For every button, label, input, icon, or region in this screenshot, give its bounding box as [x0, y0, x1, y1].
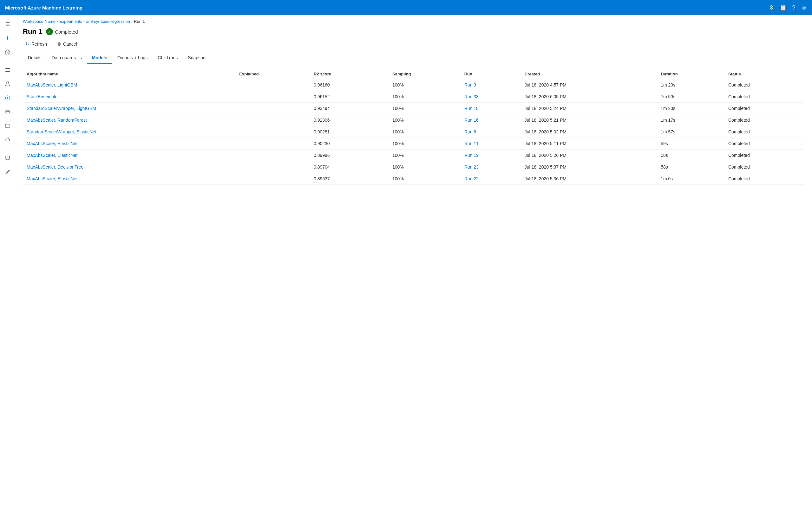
cell-algorithm_name[interactable]: StandardScalerWrapper, LightGBM	[23, 103, 235, 114]
col-header-r2_score[interactable]: R2 score ↓	[310, 69, 389, 79]
cell-algorithm_name[interactable]: MaxAbsScaler, ElasticNet	[23, 173, 235, 185]
col-header-run: Run	[461, 69, 521, 79]
cell-run[interactable]: Run 11	[461, 138, 521, 150]
cell-algorithm_name[interactable]: MaxAbsScaler, RandomForest	[23, 114, 235, 126]
sidebar-item-storage[interactable]	[1, 152, 14, 164]
cell-run[interactable]: Run 6	[461, 126, 521, 138]
cell-r2_score: 0.96160	[310, 79, 389, 91]
cell-run[interactable]: Run 19	[461, 150, 521, 161]
cell-run[interactable]: Run 16	[461, 114, 521, 126]
run-link[interactable]: Run 33	[464, 94, 478, 99]
cell-algorithm_name[interactable]: MaxAbsScaler, ElasticNet	[23, 138, 235, 150]
cell-created: Jul 18, 2020 5:02 PM	[521, 126, 657, 138]
sidebar-item-edit[interactable]	[1, 165, 14, 178]
sidebar-item-cloud[interactable]	[1, 133, 14, 146]
run-link[interactable]: Run 3	[464, 82, 476, 88]
cell-algorithm_name[interactable]: MaxAbsScaler, LightGBM	[23, 79, 235, 91]
cell-sampling: 100%	[389, 138, 461, 150]
account-icon[interactable]: ☺	[801, 4, 807, 11]
refresh-button[interactable]: ↻ Refresh	[23, 40, 49, 48]
sidebar-item-models[interactable]	[1, 92, 14, 104]
refresh-label: Refresh	[32, 42, 47, 47]
cell-r2_score: 0.89704	[310, 161, 389, 173]
cell-explained	[235, 114, 310, 126]
svg-rect-2	[5, 71, 10, 72]
col-header-created: Created	[521, 69, 657, 79]
tab-child-runs[interactable]: Child runs	[153, 52, 183, 64]
tab-outputs-plus-logs[interactable]: Outputs + Logs	[112, 52, 153, 64]
cell-explained	[235, 150, 310, 161]
tab-models[interactable]: Models	[87, 52, 112, 64]
sidebar-item-compute[interactable]	[1, 119, 14, 132]
cell-duration: 58s	[657, 150, 724, 161]
tab-data-guardrails[interactable]: Data guardrails	[47, 52, 87, 64]
run-link[interactable]: Run 19	[464, 153, 478, 158]
models-table: Algorithm nameExplainedR2 score ↓Samplin…	[23, 69, 804, 185]
cell-run[interactable]: Run 3	[461, 79, 521, 91]
cell-sampling: 100%	[389, 103, 461, 114]
cell-status: Completed	[724, 114, 804, 126]
cell-run[interactable]: Run 22	[461, 173, 521, 185]
cell-run[interactable]: Run 23	[461, 161, 521, 173]
breadcrumb-sep-2: ›	[84, 19, 85, 24]
cell-status: Completed	[724, 103, 804, 114]
main-layout: ☰ + Wo	[0, 15, 812, 507]
svg-point-11	[6, 156, 9, 157]
content-area: Workspace Name › Experiments › aml-synap…	[15, 15, 812, 507]
run-link[interactable]: Run 23	[464, 164, 478, 170]
cell-algorithm_name[interactable]: StandardScalerWrapper, ElasticNet	[23, 126, 235, 138]
table-row: MaxAbsScaler, DecisionTree0.89704100%Run…	[23, 161, 804, 173]
algorithm-link[interactable]: MaxAbsScaler, ElasticNet	[27, 141, 78, 146]
sidebar-item-data[interactable]	[1, 106, 14, 118]
breadcrumb-experiment-name[interactable]: aml-synapse-regression	[86, 19, 130, 24]
cell-duration: 1m 0s	[657, 173, 724, 185]
run-link[interactable]: Run 18	[464, 106, 478, 111]
cell-algorithm_name[interactable]: MaxAbsScaler, DecisionTree	[23, 161, 235, 173]
sidebar-item-experiments[interactable]	[1, 64, 14, 76]
settings-icon[interactable]: ⚙	[769, 4, 774, 11]
cell-sampling: 100%	[389, 91, 461, 103]
cell-run[interactable]: Run 18	[461, 103, 521, 114]
table-row: MaxAbsScaler, ElasticNet0.90230100%Run 1…	[23, 138, 804, 150]
sidebar-item-home[interactable]	[1, 46, 14, 58]
algorithm-link[interactable]: MaxAbsScaler, RandomForest	[27, 118, 87, 123]
sidebar-item-plus[interactable]: +	[1, 32, 14, 44]
feedback-icon[interactable]: 📋	[780, 4, 786, 11]
cell-created: Jul 18, 2020 5:24 PM	[521, 103, 657, 114]
algorithm-link[interactable]: MaxAbsScaler, DecisionTree	[27, 164, 84, 170]
algorithm-link[interactable]: MaxAbsScaler, ElasticNet	[27, 176, 78, 181]
algorithm-link[interactable]: StandardScalerWrapper, ElasticNet	[27, 129, 96, 134]
cell-algorithm_name[interactable]: MaxAbsScaler, ElasticNet	[23, 150, 235, 161]
col-header-algorithm_name: Algorithm name	[23, 69, 235, 79]
tab-snapshot[interactable]: Snapshot	[183, 52, 212, 64]
breadcrumb-current: Run 1	[134, 19, 145, 24]
algorithm-link[interactable]: StackEnsemble	[27, 94, 57, 99]
breadcrumb-experiments[interactable]: Experiments	[59, 19, 82, 24]
svg-rect-6	[6, 111, 9, 113]
breadcrumb: Workspace Name › Experiments › aml-synap…	[15, 15, 812, 25]
toolbar: ↻ Refresh ⊗ Cancel	[15, 37, 812, 52]
algorithm-link[interactable]: MaxAbsScaler, ElasticNet	[27, 153, 78, 158]
run-link[interactable]: Run 22	[464, 176, 478, 181]
tab-details[interactable]: Details	[23, 52, 47, 64]
algorithm-link[interactable]: StandardScalerWrapper, LightGBM	[27, 106, 96, 111]
breadcrumb-workspace[interactable]: Workspace Name	[23, 19, 55, 24]
sidebar-item-menu[interactable]: ☰	[1, 18, 14, 31]
table-row: MaxAbsScaler, ElasticNet0.89996100%Run 1…	[23, 150, 804, 161]
cell-run[interactable]: Run 33	[461, 91, 521, 103]
run-link[interactable]: Run 6	[464, 129, 476, 134]
sidebar-item-lab[interactable]	[1, 78, 14, 90]
cell-status: Completed	[724, 173, 804, 185]
cell-duration: 7m 50s	[657, 91, 724, 103]
top-navigation: Microsoft Azure Machine Learning ⚙ 📋 ? ☺	[0, 0, 812, 15]
algorithm-link[interactable]: MaxAbsScaler, LightGBM	[27, 82, 78, 88]
col-header-sampling: Sampling	[389, 69, 461, 79]
cell-created: Jul 18, 2020 5:11 PM	[521, 138, 657, 150]
help-icon[interactable]: ?	[792, 4, 796, 11]
cancel-button[interactable]: ⊗ Cancel	[55, 40, 80, 48]
cell-algorithm_name[interactable]: StackEnsemble	[23, 91, 235, 103]
cell-duration: 59s	[657, 138, 724, 150]
run-link[interactable]: Run 11	[464, 141, 478, 146]
cell-r2_score: 0.90281	[310, 126, 389, 138]
run-link[interactable]: Run 16	[464, 118, 478, 123]
